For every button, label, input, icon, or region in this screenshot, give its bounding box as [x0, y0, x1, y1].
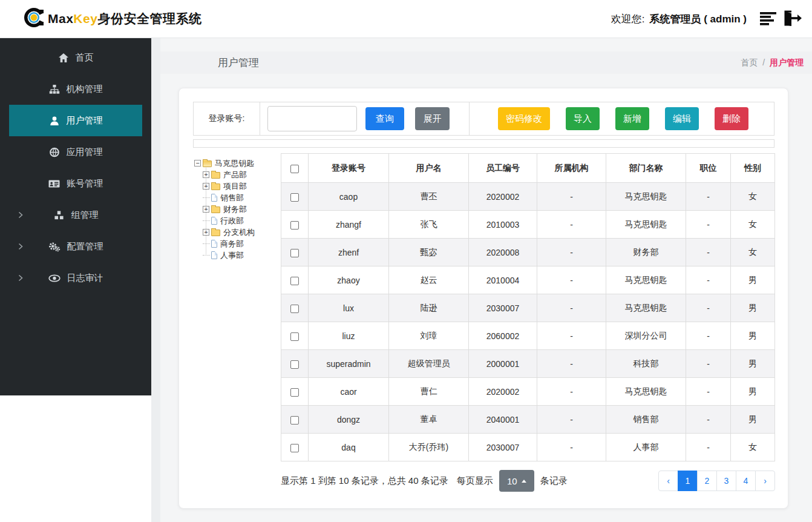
- table-cell: dongz: [309, 406, 389, 434]
- sidebar-item-group[interactable]: 组管理: [0, 199, 151, 231]
- table-cell: -: [686, 350, 731, 378]
- expand-button[interactable]: 展开: [415, 107, 450, 130]
- table-row[interactable]: zhenf甄宓2020008-财务部-女: [281, 239, 775, 266]
- table-row[interactable]: daq大乔(乔玮)2030007-人事部-女: [281, 434, 775, 461]
- tree-node-label[interactable]: 销售部: [220, 193, 244, 203]
- tree-node-label[interactable]: 商务部: [220, 239, 244, 249]
- logout-icon[interactable]: [782, 10, 802, 28]
- tree-node[interactable]: +项目部: [193, 180, 281, 192]
- tree-node-label[interactable]: 财务部: [223, 204, 247, 215]
- idcard-icon: [48, 179, 60, 189]
- tree-node-label[interactable]: 人事部: [220, 250, 244, 261]
- table-row[interactable]: liuz刘璋2060002-深圳分公司-男: [281, 322, 775, 350]
- tree-node[interactable]: 人事部: [193, 249, 281, 261]
- pagination-info: 显示第 1 到第 10 条记录，总共 40 条记录: [281, 475, 448, 487]
- password-button[interactable]: 密码修改: [498, 107, 550, 130]
- table-cell: 男: [731, 406, 775, 434]
- table-cell: caor: [309, 378, 389, 406]
- row-checkbox[interactable]: [290, 416, 299, 425]
- page-button-2[interactable]: 2: [697, 471, 717, 491]
- table-row[interactable]: dongz董卓2040001-销售部-男: [281, 406, 775, 434]
- table-row[interactable]: superadmin超级管理员2000001-科技部-男: [281, 350, 775, 378]
- table-cell: 女: [731, 239, 775, 266]
- folder-icon: [211, 206, 220, 213]
- login-account-label: 登录账号:: [209, 113, 245, 124]
- search-toolbar: 登录账号: 查询 展开 密码修改导入新增编辑删除: [193, 102, 774, 136]
- edit-button[interactable]: 编辑: [665, 107, 699, 130]
- tree-node-label[interactable]: 项目部: [223, 181, 247, 192]
- sidebar-item-home[interactable]: 首页: [0, 42, 151, 73]
- expand-icon[interactable]: +: [203, 229, 209, 236]
- table-cell: 陆逊: [389, 294, 469, 322]
- expand-icon[interactable]: +: [203, 171, 209, 178]
- table-cell: 2060002: [469, 322, 537, 350]
- sidebar-item-org[interactable]: 机构管理: [0, 73, 151, 105]
- tree-node-label[interactable]: 产品部: [223, 170, 247, 180]
- sidebar-item-account[interactable]: 账号管理: [0, 168, 151, 199]
- delete-button[interactable]: 删除: [715, 107, 748, 130]
- current-user: 系统管理员 ( admin ): [649, 12, 747, 26]
- collapse-icon[interactable]: −: [194, 160, 201, 167]
- tree-node-label[interactable]: 行政部: [220, 216, 244, 226]
- file-icon: [211, 240, 217, 248]
- tree-node[interactable]: +分支机构: [193, 226, 281, 238]
- row-checkbox[interactable]: [290, 305, 299, 313]
- table-cell: 男: [731, 294, 775, 322]
- tree-node[interactable]: +财务部: [193, 203, 281, 215]
- query-button[interactable]: 查询: [365, 107, 404, 130]
- import-button[interactable]: 导入: [566, 107, 600, 130]
- row-checkbox[interactable]: [290, 249, 299, 257]
- table-cell: 曹丕: [389, 183, 469, 211]
- table-row[interactable]: zhangf张飞2010003-马克思钥匙-女: [281, 211, 775, 239]
- row-checkbox[interactable]: [290, 221, 299, 230]
- page-size-select[interactable]: 10: [499, 470, 534, 492]
- row-checkbox[interactable]: [290, 193, 299, 202]
- select-all-checkbox[interactable]: [290, 165, 299, 173]
- brand-logo[interactable]: MaxKey身份安全管理系统: [22, 5, 201, 32]
- column-header: 所属机构: [537, 154, 606, 183]
- table-cell: 2030007: [469, 434, 537, 461]
- prev-page-button[interactable]: ‹: [658, 471, 678, 491]
- page-button-4[interactable]: 4: [736, 471, 756, 491]
- tree-node[interactable]: 销售部: [193, 192, 281, 203]
- next-page-button[interactable]: ›: [755, 471, 775, 491]
- sidebar-item-config[interactable]: 配置管理: [0, 231, 151, 262]
- row-checkbox[interactable]: [290, 332, 299, 341]
- sidebar-item-label: 配置管理: [67, 241, 103, 253]
- table-cell: -: [537, 239, 606, 266]
- table-cell: -: [686, 406, 731, 434]
- page-button-3[interactable]: 3: [716, 471, 736, 491]
- row-checkbox-cell: [281, 294, 309, 322]
- sidebar-item-app[interactable]: 应用管理: [0, 136, 151, 168]
- tree-node[interactable]: 行政部: [193, 215, 281, 226]
- breadcrumb-home-link[interactable]: 首页: [741, 58, 758, 67]
- table-cell: -: [537, 183, 606, 211]
- tree-node[interactable]: +产品部: [193, 169, 281, 180]
- tree-node[interactable]: 商务部: [193, 238, 281, 249]
- chevron-right-icon: [18, 274, 23, 282]
- row-checkbox[interactable]: [290, 444, 299, 452]
- menu-list-icon[interactable]: [760, 11, 778, 27]
- tree-node-label[interactable]: 分支机构: [223, 227, 255, 238]
- expand-icon[interactable]: +: [203, 206, 209, 213]
- row-checkbox[interactable]: [290, 360, 299, 369]
- expand-icon[interactable]: +: [203, 183, 209, 190]
- table-cell: 女: [731, 434, 775, 461]
- maxkey-logo-icon: [22, 5, 46, 32]
- page-button-1[interactable]: 1: [678, 471, 698, 491]
- tree-node-label[interactable]: 马克思钥匙: [215, 158, 254, 169]
- sidebar-item-audit[interactable]: 日志审计: [0, 262, 151, 294]
- row-checkbox[interactable]: [290, 388, 299, 397]
- login-account-input[interactable]: [267, 106, 357, 131]
- table-row[interactable]: caop曹丕2020002-马克思钥匙-女: [281, 183, 775, 211]
- table-row[interactable]: zhaoy赵云2010004-马克思钥匙-男: [281, 266, 775, 294]
- table-row[interactable]: lux陆逊2030007-马克思钥匙-男: [281, 294, 775, 322]
- table-cell: 男: [731, 322, 775, 350]
- add-button[interactable]: 新增: [615, 107, 649, 130]
- row-checkbox-cell: [281, 434, 309, 461]
- sidebar-item-user[interactable]: 用户管理: [9, 105, 142, 136]
- chevron-right-icon: [18, 211, 23, 219]
- row-checkbox[interactable]: [290, 277, 299, 285]
- table-cell: 2030007: [469, 294, 537, 322]
- table-row[interactable]: caor曹仁2020002-马克思钥匙-男: [281, 378, 775, 406]
